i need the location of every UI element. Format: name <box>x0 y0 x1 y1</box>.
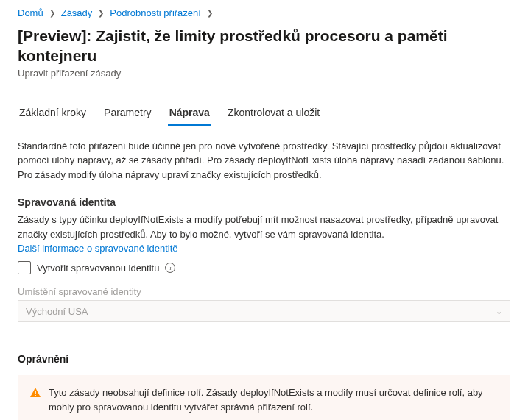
identity-location-dropdown: Východní USA ⌄ <box>18 300 510 322</box>
chevron-right-icon: ❯ <box>207 9 213 17</box>
permissions-heading: Oprávnění <box>18 353 510 365</box>
svg-rect-0 <box>35 391 36 394</box>
tab-basic[interactable]: Základní kroky <box>18 102 88 126</box>
tab-review[interactable]: Zkontrolovat a uložit <box>226 102 321 126</box>
chevron-down-icon: ⌄ <box>496 307 502 316</box>
tabs: Základní kroky Parametry Náprava Zkontro… <box>18 102 510 126</box>
tab-params[interactable]: Parametry <box>102 102 153 126</box>
tab-remediation[interactable]: Náprava <box>168 102 211 126</box>
breadcrumb-policies[interactable]: Zásady <box>61 7 93 18</box>
chevron-right-icon: ❯ <box>98 9 104 17</box>
create-identity-label: Vytvořit spravovanou identitu <box>37 263 159 274</box>
breadcrumb: Domů ❯ Zásady ❯ Podrobnosti přiřazení ❯ <box>18 7 510 18</box>
warning-icon <box>29 387 41 399</box>
page-title: [Preview]: Zajistit, že limity prostředk… <box>18 26 510 66</box>
permissions-warning-text: Tyto zásady neobsahují definice rolí. Zá… <box>49 385 499 414</box>
identity-location-label: Umístění spravované identity <box>18 286 510 297</box>
managed-identity-heading: Spravovaná identita <box>18 196 510 208</box>
info-icon[interactable]: i <box>165 263 175 273</box>
intro-text: Standardně toto přiřazení bude účinné je… <box>18 139 510 182</box>
create-identity-checkbox[interactable] <box>18 261 31 274</box>
create-identity-row: Vytvořit spravovanou identitu i <box>18 261 510 274</box>
chevron-right-icon: ❯ <box>49 9 55 17</box>
breadcrumb-home[interactable]: Domů <box>18 7 43 18</box>
page-subtitle: Upravit přiřazení zásady <box>18 68 510 79</box>
breadcrumb-details[interactable]: Podrobnosti přiřazení <box>110 7 201 18</box>
svg-rect-1 <box>35 395 36 396</box>
permissions-warning: Tyto zásady neobsahují definice rolí. Zá… <box>18 375 510 420</box>
identity-location-value: Východní USA <box>26 306 88 317</box>
managed-identity-link[interactable]: Další informace o spravované identitě <box>18 243 178 254</box>
managed-identity-desc: Zásady s typy účinku deployIfNotExists a… <box>18 213 510 241</box>
